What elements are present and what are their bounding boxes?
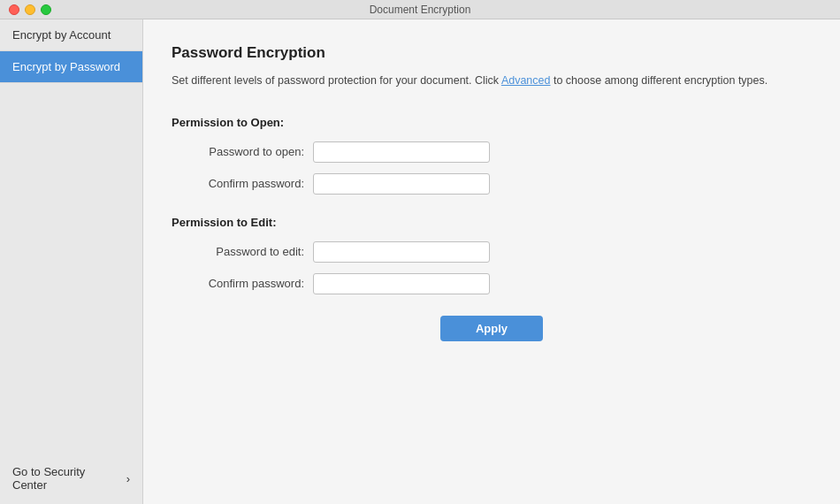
password-to-edit-row: Password to edit: [172, 241, 812, 263]
main-layout: Encrypt by Account Encrypt by Password G… [0, 19, 840, 504]
password-to-open-input[interactable] [313, 141, 490, 163]
advanced-link[interactable]: Advanced [501, 74, 551, 87]
password-to-open-label: Password to open: [172, 145, 313, 158]
traffic-lights [9, 4, 51, 15]
permission-to-open-section: Permission to Open: Password to open: Co… [172, 116, 812, 195]
edit-section-title: Permission to Edit: [172, 216, 812, 229]
password-to-open-row: Password to open: [172, 141, 812, 163]
confirm-password-edit-row: Confirm password: [172, 273, 812, 294]
confirm-password-open-row: Confirm password: [172, 173, 812, 195]
content-area: Password Encryption Set different levels… [143, 19, 840, 504]
chevron-right-icon: › [126, 472, 130, 485]
close-button[interactable] [9, 4, 19, 15]
sidebar-item-encrypt-by-password[interactable]: Encrypt by Password [0, 51, 142, 83]
sidebar: Encrypt by Account Encrypt by Password G… [0, 19, 143, 504]
apply-button[interactable]: Apply [440, 316, 543, 341]
security-center-link[interactable]: Go to Security Center › [0, 453, 142, 504]
confirm-password-edit-label: Confirm password: [172, 277, 313, 290]
title-bar: Document Encryption [0, 0, 840, 19]
password-to-edit-label: Password to edit: [172, 245, 313, 258]
sidebar-item-encrypt-by-account[interactable]: Encrypt by Account [0, 19, 142, 51]
maximize-button[interactable] [41, 4, 51, 15]
confirm-password-edit-input[interactable] [313, 273, 490, 294]
confirm-password-open-label: Confirm password: [172, 177, 313, 190]
sidebar-nav: Encrypt by Account Encrypt by Password [0, 19, 142, 83]
password-to-edit-input[interactable] [313, 241, 490, 263]
apply-button-row: Apply [172, 316, 812, 341]
confirm-password-open-input[interactable] [313, 173, 490, 195]
permission-to-edit-section: Permission to Edit: Password to edit: Co… [172, 216, 812, 294]
minimize-button[interactable] [25, 4, 35, 15]
page-title: Password Encryption [172, 44, 812, 62]
window-title: Document Encryption [370, 4, 471, 16]
page-description: Set different levels of password protect… [172, 73, 812, 89]
open-section-title: Permission to Open: [172, 116, 812, 129]
